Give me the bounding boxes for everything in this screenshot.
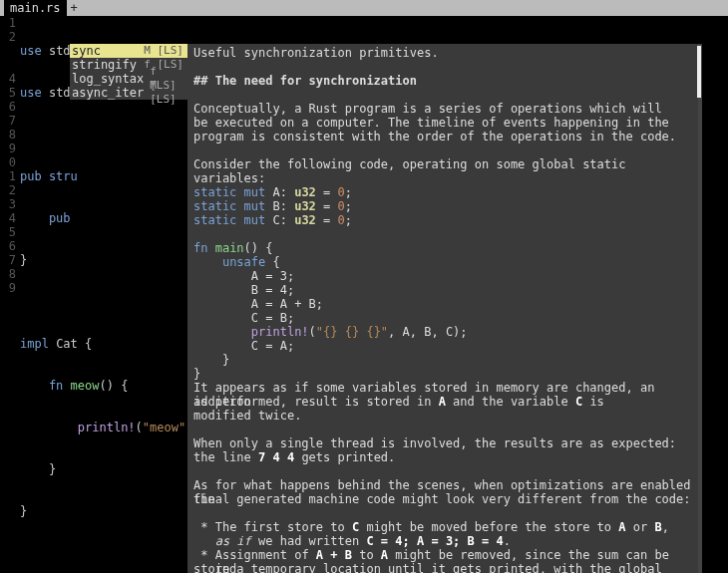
doc-title: Useful synchronization primitives. [193, 46, 696, 60]
tab-new[interactable]: + [67, 1, 82, 15]
completion-label: log_syntax [72, 72, 144, 86]
line-gutter: 12 4567 8901 2345 6789 [0, 16, 20, 573]
completion-item[interactable]: async_iter M [LS] [70, 86, 187, 100]
editor: 12 4567 8901 2345 6789 use std::string::… [0, 16, 728, 573]
doc-panel: Useful synchronization primitives. ## Th… [187, 44, 702, 573]
doc-scrollthumb[interactable] [697, 46, 701, 98]
completion-label: async_iter [72, 86, 144, 100]
completion-item[interactable]: sync M [LS] [70, 44, 187, 58]
completion-label: stringify [72, 58, 137, 72]
tab-bar: main.rs + [0, 0, 728, 16]
doc-scrollbar[interactable] [698, 44, 702, 573]
tab-main-rs[interactable]: main.rs [4, 0, 67, 16]
completion-popup: sync M [LS] stringify f [LS] log_syntax … [70, 44, 187, 100]
completion-kind: M [LS] [144, 44, 183, 58]
doc-heading: ## The need for synchronization [193, 74, 696, 88]
completion-label: sync [72, 44, 101, 58]
completion-kind: M [LS] [150, 79, 183, 107]
